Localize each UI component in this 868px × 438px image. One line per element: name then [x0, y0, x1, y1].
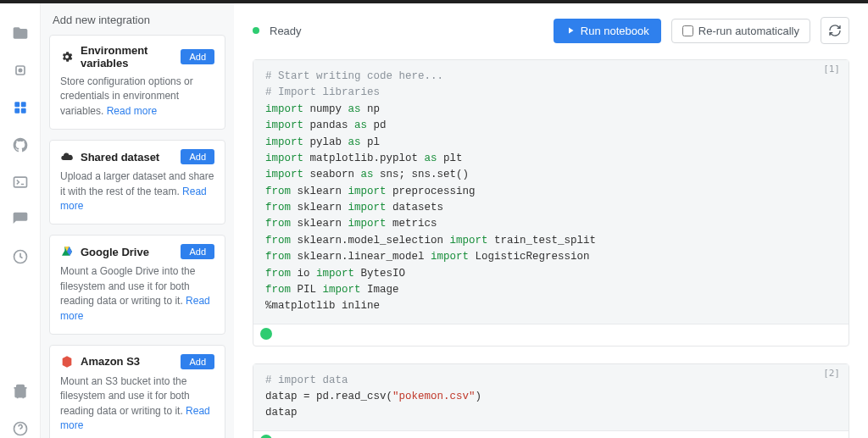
notebook-main: Ready Run notebook Re-run automatically …	[234, 3, 868, 438]
rerun-auto-toggle[interactable]: Re-run automatically	[671, 19, 810, 43]
kernel-status: Ready	[270, 25, 302, 37]
cell-counter: [1]	[823, 64, 840, 75]
status-dot-icon	[253, 27, 259, 34]
add-integration-button[interactable]: Add	[181, 149, 214, 164]
comment-icon[interactable]	[11, 210, 30, 229]
svg-point-1	[19, 69, 21, 71]
card-description: Mount a Google Drive into the filesystem…	[60, 264, 214, 324]
gdrive-icon	[60, 245, 74, 258]
panel-title: Add new integration	[49, 12, 225, 35]
help-icon[interactable]	[11, 419, 30, 438]
refresh-icon	[828, 24, 842, 37]
cloud-icon	[60, 150, 74, 164]
integration-card: Amazon S3AddMount an S3 bucket into the …	[49, 345, 225, 438]
card-description: Store configuration options or credentia…	[60, 75, 214, 119]
github-icon[interactable]	[11, 136, 30, 154]
code-cell: [2]# import data datap = pd.read_csv("po…	[253, 363, 849, 438]
integration-card: Environment variablesAddStore configurat…	[49, 35, 225, 130]
integration-card: Shared datasetAddUpload a larger dataset…	[49, 140, 225, 225]
card-title: Google Drive	[81, 246, 174, 258]
refresh-button[interactable]	[821, 17, 849, 44]
add-integration-button[interactable]: Add	[181, 244, 214, 259]
success-icon	[260, 328, 272, 340]
add-integration-button[interactable]: Add	[181, 354, 214, 369]
run-label: Run notebook	[581, 25, 649, 37]
svg-rect-3	[20, 102, 25, 107]
read-more-link[interactable]: Read more	[107, 105, 157, 117]
toolbar: Ready Run notebook Re-run automatically	[253, 17, 849, 44]
read-more-link[interactable]: Read more	[60, 186, 207, 212]
gear-icon	[60, 50, 74, 64]
code-editor[interactable]: # Start writing code here... # Import li…	[253, 60, 849, 324]
run-notebook-button[interactable]: Run notebook	[554, 19, 661, 43]
success-icon	[260, 435, 272, 438]
code-cell: [1]# Start writing code here... # Import…	[253, 59, 849, 347]
card-title: Environment variables	[81, 44, 174, 69]
svg-rect-6	[14, 177, 26, 187]
card-description: Mount an S3 bucket into the filesystem a…	[60, 374, 214, 434]
folder-icon[interactable]	[11, 24, 30, 42]
play-icon	[565, 25, 576, 36]
integrations-panel: Add new integration Environment variable…	[41, 3, 234, 438]
history-icon[interactable]	[11, 247, 30, 266]
s3-icon	[60, 355, 74, 369]
integration-card: Google DriveAddMount a Google Drive into…	[49, 235, 225, 335]
cell-counter: [2]	[823, 368, 840, 379]
chip-icon[interactable]	[11, 61, 30, 80]
feedback-icon[interactable]	[11, 382, 30, 401]
read-more-link[interactable]: Read more	[60, 405, 210, 431]
apps-icon[interactable]	[11, 98, 30, 117]
svg-rect-4	[14, 108, 19, 114]
card-title: Amazon S3	[81, 355, 174, 368]
code-editor[interactable]: # import data datap = pd.read_csv("pokem…	[253, 364, 849, 431]
terminal-icon[interactable]	[11, 173, 30, 191]
rerun-checkbox[interactable]	[682, 25, 693, 36]
rerun-label: Re-run automatically	[698, 25, 799, 37]
svg-rect-2	[14, 102, 19, 107]
read-more-link[interactable]: Read more	[60, 295, 210, 321]
svg-rect-5	[20, 108, 25, 114]
card-description: Upload a larger dataset and share it wit…	[60, 169, 214, 213]
add-integration-button[interactable]: Add	[181, 49, 214, 64]
card-title: Shared dataset	[81, 151, 174, 164]
nav-rail	[0, 3, 41, 438]
